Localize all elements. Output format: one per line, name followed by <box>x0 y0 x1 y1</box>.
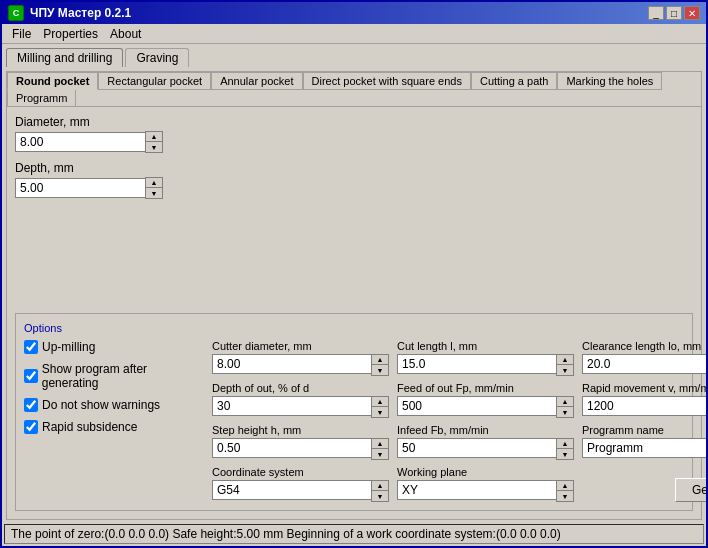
cut-length-label: Cut length l, mm <box>397 340 574 352</box>
depth-of-out-down[interactable]: ▼ <box>372 407 388 417</box>
inner-tab-round-pocket[interactable]: Round pocket <box>7 72 98 90</box>
cut-length-down[interactable]: ▼ <box>557 365 573 375</box>
feed-out-input[interactable] <box>397 396 556 416</box>
cut-length-up[interactable]: ▲ <box>557 355 573 365</box>
rapid-movement-input[interactable] <box>582 396 706 416</box>
outer-tab-bar: Milling and drilling Graving <box>2 44 706 67</box>
step-height-label: Step height h, mm <box>212 424 389 436</box>
rapid-movement-field: Rapid movement v, mm/min ▲▼ <box>582 382 706 418</box>
inner-tabs-bar: Round pocket Rectangular pocket Annular … <box>6 71 702 106</box>
programm-name-field: Programm name ▲▼ <box>582 424 706 460</box>
depth-decrement[interactable]: ▼ <box>146 188 162 198</box>
diameter-decrement[interactable]: ▼ <box>146 142 162 152</box>
generate-field: Generate <box>582 466 706 502</box>
step-height-down[interactable]: ▼ <box>372 449 388 459</box>
infeed-label: Infeed Fb, mm/min <box>397 424 574 436</box>
depth-increment[interactable]: ▲ <box>146 178 162 188</box>
inner-tab-annular-pocket[interactable]: Annular pocket <box>211 72 302 90</box>
menu-properties[interactable]: Properties <box>37 26 104 42</box>
main-window: C ЧПУ Мастер 0.2.1 _ □ ✕ File Properties… <box>0 0 708 548</box>
feed-out-up[interactable]: ▲ <box>557 397 573 407</box>
diameter-field-group: Diameter, mm ▲ ▼ <box>15 115 693 153</box>
depth-input[interactable] <box>15 178 145 198</box>
coordinate-system-input[interactable] <box>212 480 371 500</box>
cutter-diameter-up[interactable]: ▲ <box>372 355 388 365</box>
tab-graving[interactable]: Graving <box>125 48 189 67</box>
infeed-up[interactable]: ▲ <box>557 439 573 449</box>
tab-content-panel: Diameter, mm ▲ ▼ Depth, mm ▲ <box>6 106 702 520</box>
inner-tab-cutting-path[interactable]: Cutting a path <box>471 72 558 90</box>
working-plane-field: Working plane ▲▼ <box>397 466 574 502</box>
options-layout: Up-milling Show program after generating… <box>24 340 684 502</box>
generate-button[interactable]: Generate <box>675 478 706 502</box>
coordinate-system-down[interactable]: ▼ <box>372 491 388 501</box>
feed-out-down[interactable]: ▼ <box>557 407 573 417</box>
menu-bar: File Properties About <box>2 24 706 44</box>
step-height-input[interactable] <box>212 438 371 458</box>
inner-tab-direct-pocket[interactable]: Direct pocket with square ends <box>303 72 471 90</box>
options-title: Options <box>24 322 684 334</box>
feed-out-label: Feed of out Fp, mm/min <box>397 382 574 394</box>
menu-file[interactable]: File <box>6 26 37 42</box>
title-bar: C ЧПУ Мастер 0.2.1 _ □ ✕ <box>2 2 706 24</box>
infeed-input[interactable] <box>397 438 556 458</box>
close-button[interactable]: ✕ <box>684 6 700 20</box>
diameter-label: Diameter, mm <box>15 115 693 129</box>
status-bar: The point of zero:(0.0 0.0 0.0) Safe hei… <box>4 524 704 544</box>
cut-length-field: Cut length l, mm ▲▼ <box>397 340 574 376</box>
cut-length-input[interactable] <box>397 354 556 374</box>
diameter-spinner: ▲ ▼ <box>15 131 693 153</box>
form-section: Diameter, mm ▲ ▼ Depth, mm ▲ <box>15 115 693 309</box>
diameter-increment[interactable]: ▲ <box>146 132 162 142</box>
maximize-button[interactable]: □ <box>666 6 682 20</box>
depth-of-out-label: Depth of out, % of d <box>212 382 389 394</box>
checkbox-show-program-label: Show program after generating <box>42 362 204 390</box>
title-buttons: _ □ ✕ <box>648 6 700 20</box>
depth-label: Depth, mm <box>15 161 693 175</box>
inner-tab-rectangular-pocket[interactable]: Rectangular pocket <box>98 72 211 90</box>
programm-name-label: Programm name <box>582 424 706 436</box>
depth-of-out-up[interactable]: ▲ <box>372 397 388 407</box>
depth-spinner-btns: ▲ ▼ <box>145 177 163 199</box>
checkbox-rapid-subsidence: Rapid subsidence <box>24 420 204 434</box>
diameter-spinner-btns: ▲ ▼ <box>145 131 163 153</box>
depth-of-out-field: Depth of out, % of d ▲▼ <box>212 382 389 418</box>
working-plane-down[interactable]: ▼ <box>557 491 573 501</box>
checkbox-no-warnings-label: Do not show warnings <box>42 398 160 412</box>
infeed-down[interactable]: ▼ <box>557 449 573 459</box>
working-plane-up[interactable]: ▲ <box>557 481 573 491</box>
depth-spinner: ▲ ▼ <box>15 177 693 199</box>
menu-about[interactable]: About <box>104 26 147 42</box>
main-content: Round pocket Rectangular pocket Annular … <box>2 67 706 524</box>
checkbox-up-milling-input[interactable] <box>24 340 38 354</box>
clearance-length-input[interactable] <box>582 354 706 374</box>
inner-tab-programm[interactable]: Programm <box>7 89 76 107</box>
coordinate-system-up[interactable]: ▲ <box>372 481 388 491</box>
programm-name-input[interactable] <box>582 438 706 458</box>
depth-field-group: Depth, mm ▲ ▼ <box>15 161 693 199</box>
status-text: The point of zero:(0.0 0.0 0.0) Safe hei… <box>11 527 561 541</box>
checkbox-show-program: Show program after generating <box>24 362 204 390</box>
cutter-diameter-input[interactable] <box>212 354 371 374</box>
title-bar-left: C ЧПУ Мастер 0.2.1 <box>8 5 131 21</box>
minimize-button[interactable]: _ <box>648 6 664 20</box>
options-section: Options Up-milling Show program after ge… <box>15 313 693 511</box>
step-height-field: Step height h, mm ▲▼ <box>212 424 389 460</box>
step-height-up[interactable]: ▲ <box>372 439 388 449</box>
checkbox-no-warnings-input[interactable] <box>24 398 38 412</box>
tab-milling-drilling[interactable]: Milling and drilling <box>6 48 123 67</box>
checkbox-up-milling-label: Up-milling <box>42 340 95 354</box>
checkbox-up-milling: Up-milling <box>24 340 204 354</box>
checkbox-show-program-input[interactable] <box>24 369 38 383</box>
cutter-diameter-field: Cutter diameter, mm ▲▼ <box>212 340 389 376</box>
rapid-movement-label: Rapid movement v, mm/min <box>582 382 706 394</box>
coordinate-system-label: Coordinate system <box>212 466 389 478</box>
checkbox-rapid-subsidence-input[interactable] <box>24 420 38 434</box>
working-plane-input[interactable] <box>397 480 556 500</box>
cutter-diameter-down[interactable]: ▼ <box>372 365 388 375</box>
options-fields: Cutter diameter, mm ▲▼ Cut length l, mm … <box>212 340 706 502</box>
depth-of-out-input[interactable] <box>212 396 371 416</box>
options-checkboxes: Up-milling Show program after generating… <box>24 340 204 502</box>
diameter-input[interactable] <box>15 132 145 152</box>
inner-tab-marking-holes[interactable]: Marking the holes <box>557 72 662 90</box>
